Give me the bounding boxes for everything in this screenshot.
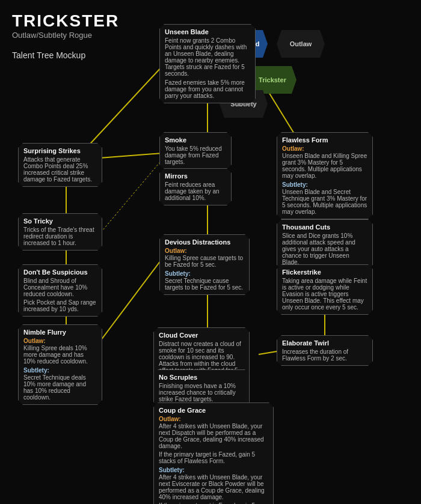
unseen-blade-body: Feint now grants 2 Combo Points and quic… xyxy=(165,37,250,77)
node-mirrors[interactable]: Mirrors Feint reduces area damage taken … xyxy=(159,168,232,205)
nimble-flurry-title: Nimble Flurry xyxy=(23,329,97,336)
svg-line-10 xyxy=(99,159,162,234)
flawless-form-title: Flawless Form xyxy=(282,136,367,144)
dont-be-suspicious-title: Don't Be Suspicious xyxy=(23,269,97,276)
so-tricky-body: Tricks of the Trade's threat redirect du… xyxy=(23,226,97,246)
thousand-cuts-body: Slice and Dice grants 10% additional att… xyxy=(282,232,367,266)
flickerstrike-body: Taking area damage while Feint is active… xyxy=(282,278,367,311)
flawless-form-subtlety-label: Subtlety: xyxy=(282,181,367,188)
smoke-title: Smoke xyxy=(165,136,226,144)
elaborate-twirl-body: Increases the duration of Flawless Form … xyxy=(282,348,367,362)
devious-distractions-outlaw-body: Killing Spree cause targets to be Fazed … xyxy=(165,255,244,268)
cloud-cover-title: Cloud Cover xyxy=(159,332,244,339)
devious-distractions-outlaw-label: Outlaw: xyxy=(165,247,244,254)
node-elaborate-twirl[interactable]: Elaborate Twirl Increases the duration o… xyxy=(277,335,373,366)
node-flickerstrike[interactable]: Flickerstrike Taking area damage while F… xyxy=(277,264,373,315)
node-flawless-form[interactable]: Flawless Form Outlaw: Unseen Blade and K… xyxy=(277,132,373,219)
left-panel: TRICKSTER Outlaw/Subtlety Rogue Talent T… xyxy=(0,0,132,84)
flawless-form-subtlety-body: Unseen Blade and Secret Technique grant … xyxy=(282,189,367,215)
node-smoke[interactable]: Smoke You take 5% reduced damage from Fa… xyxy=(159,132,232,169)
mirrors-title: Mirrors xyxy=(165,172,226,180)
flickerstrike-title: Flickerstrike xyxy=(282,269,367,276)
devious-distractions-subtlety-label: Subtlety: xyxy=(165,270,244,277)
coup-de-grace-outlaw-body: After 4 strikes with Unseen Blade, your … xyxy=(159,423,268,449)
node-coup-de-grace[interactable]: Coup de Grace Outlaw: After 4 strikes wi… xyxy=(153,402,274,504)
node-dont-be-suspicious[interactable]: Don't Be Suspicious Blind and Shroud of … xyxy=(18,264,102,317)
coup-de-grace-subtlety-label: Subtlety: xyxy=(159,467,268,473)
devious-distractions-title: Devious Distractions xyxy=(165,238,244,246)
coup-de-grace-outlaw-body2: If the primary target is Fazed, gain 5 s… xyxy=(159,451,268,464)
nimble-flurry-subtlety-body: Secret Technique deals 10% more damage a… xyxy=(23,374,97,401)
coup-de-grace-title: Coup de Grace xyxy=(159,407,268,414)
surprising-strikes-body: Attacks that generate Combo Points deal … xyxy=(23,156,97,183)
no-scruples-title: No Scruples xyxy=(159,374,244,381)
subtitle: Outlaw/Subtlety Rogue xyxy=(12,31,120,40)
so-tricky-title: So Tricky xyxy=(23,217,97,225)
node-unseen-blade[interactable]: Unseen Blade Feint now grants 2 Combo Po… xyxy=(159,24,256,103)
nimble-flurry-subtlety-label: Subtlety: xyxy=(23,367,97,374)
node-thousand-cuts[interactable]: Thousand Cuts Slice and Dice grants 10% … xyxy=(277,219,373,270)
flawless-form-outlaw-body: Unseen Blade and Killing Spree grant 3% … xyxy=(282,153,367,179)
spec-outlaw[interactable]: Outlaw xyxy=(277,30,325,58)
flawless-form-outlaw-label: Outlaw: xyxy=(282,145,367,152)
dont-be-suspicious-body: Blind and Shroud of Concealment have 10%… xyxy=(23,278,97,297)
node-surprising-strikes[interactable]: Surprising Strikes Attacks that generate… xyxy=(18,143,102,187)
thousand-cuts-title: Thousand Cuts xyxy=(282,223,367,231)
node-nimble-flurry[interactable]: Nimble Flurry Outlaw: Killing Spree deal… xyxy=(18,324,102,405)
nimble-flurry-outlaw-body: Killing Spree deals 10% more damage and … xyxy=(23,345,97,365)
node-devious-distractions[interactable]: Devious Distractions Outlaw: Killing Spr… xyxy=(159,234,250,295)
coup-de-grace-outlaw-label: Outlaw: xyxy=(159,416,268,422)
elaborate-twirl-title: Elaborate Twirl xyxy=(282,339,367,347)
no-scruples-body: Finishing moves have a 10% increased cha… xyxy=(159,383,244,402)
dont-be-suspicious-body2: Pick Pocket and Sap range increased by 1… xyxy=(23,299,97,312)
spec-trickster[interactable]: Trickster xyxy=(248,66,297,94)
devious-distractions-subtlety-body: Secret Technique cause targets to be Faz… xyxy=(165,278,244,291)
talent-tree-label: Talent Tree Mockup xyxy=(12,50,120,60)
svg-line-11 xyxy=(99,258,162,342)
coup-de-grace-subtlety-body: After 4 strikes with Unseen Blade, your … xyxy=(159,474,268,500)
title: TRICKSTER xyxy=(12,12,120,31)
node-no-scruples[interactable]: No Scruples Finishing moves have a 10% i… xyxy=(153,369,250,407)
mirrors-body: Feint reduces area damage taken by an ad… xyxy=(165,181,226,201)
smoke-body: You take 5% reduced damage from Fazed ta… xyxy=(165,145,226,165)
node-so-tricky[interactable]: So Tricky Tricks of the Trade's threat r… xyxy=(18,213,102,250)
unseen-blade-title: Unseen Blade xyxy=(165,28,250,35)
unseen-blade-body2: Fazed enemies take 5% more damage from y… xyxy=(165,79,250,99)
surprising-strikes-title: Surprising Strikes xyxy=(23,147,97,154)
nimble-flurry-outlaw-label: Outlaw: xyxy=(23,338,97,344)
